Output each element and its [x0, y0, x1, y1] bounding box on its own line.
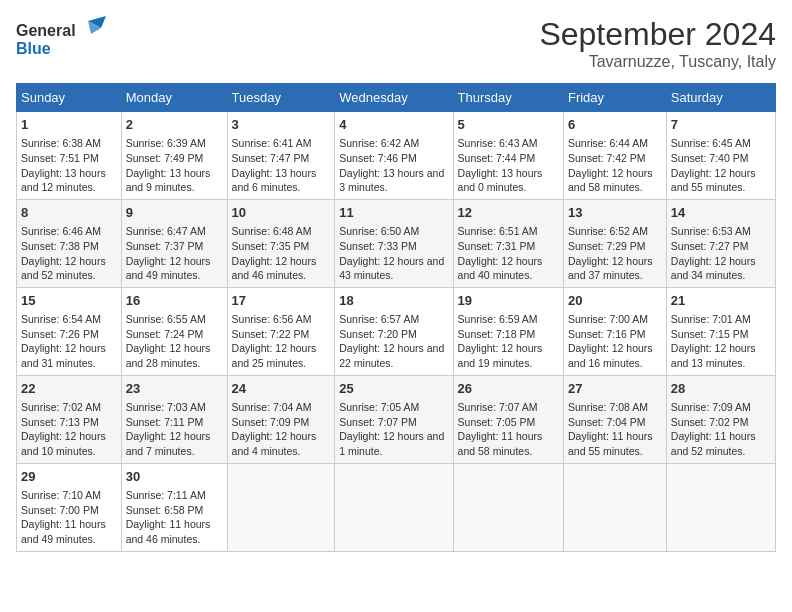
month-title: September 2024 [539, 16, 776, 53]
calendar-cell [563, 463, 666, 551]
sunset-text: Sunset: 7:49 PM [126, 152, 204, 164]
calendar-cell: 29Sunrise: 7:10 AMSunset: 7:00 PMDayligh… [17, 463, 122, 551]
daylight-text: Daylight: 12 hours and 49 minutes. [126, 255, 211, 282]
day-number: 21 [671, 292, 771, 310]
sunrise-text: Sunrise: 6:53 AM [671, 225, 751, 237]
day-number: 26 [458, 380, 559, 398]
day-number: 14 [671, 204, 771, 222]
sunrise-text: Sunrise: 7:09 AM [671, 401, 751, 413]
day-number: 13 [568, 204, 662, 222]
day-number: 19 [458, 292, 559, 310]
day-number: 16 [126, 292, 223, 310]
daylight-text: Daylight: 12 hours and 40 minutes. [458, 255, 543, 282]
daylight-text: Daylight: 12 hours and 22 minutes. [339, 342, 444, 369]
sunset-text: Sunset: 7:16 PM [568, 328, 646, 340]
logo: General Blue [16, 16, 106, 58]
sunrise-text: Sunrise: 6:50 AM [339, 225, 419, 237]
sunset-text: Sunset: 7:46 PM [339, 152, 417, 164]
sunset-text: Sunset: 7:00 PM [21, 504, 99, 516]
day-header-wednesday: Wednesday [335, 84, 453, 112]
day-number: 29 [21, 468, 117, 486]
calendar-cell [453, 463, 563, 551]
calendar-header-row: SundayMondayTuesdayWednesdayThursdayFrid… [17, 84, 776, 112]
sunrise-text: Sunrise: 6:51 AM [458, 225, 538, 237]
sunset-text: Sunset: 7:15 PM [671, 328, 749, 340]
day-number: 10 [232, 204, 331, 222]
daylight-text: Daylight: 13 hours and 6 minutes. [232, 167, 317, 194]
sunset-text: Sunset: 7:44 PM [458, 152, 536, 164]
sunrise-text: Sunrise: 7:10 AM [21, 489, 101, 501]
sunset-text: Sunset: 7:31 PM [458, 240, 536, 252]
calendar-cell: 4Sunrise: 6:42 AMSunset: 7:46 PMDaylight… [335, 112, 453, 200]
daylight-text: Daylight: 12 hours and 28 minutes. [126, 342, 211, 369]
calendar-cell: 9Sunrise: 6:47 AMSunset: 7:37 PMDaylight… [121, 199, 227, 287]
sunrise-text: Sunrise: 6:43 AM [458, 137, 538, 149]
day-number: 15 [21, 292, 117, 310]
sunset-text: Sunset: 7:51 PM [21, 152, 99, 164]
daylight-text: Daylight: 12 hours and 7 minutes. [126, 430, 211, 457]
sunset-text: Sunset: 7:42 PM [568, 152, 646, 164]
daylight-text: Daylight: 12 hours and 19 minutes. [458, 342, 543, 369]
calendar-table: SundayMondayTuesdayWednesdayThursdayFrid… [16, 83, 776, 552]
day-number: 17 [232, 292, 331, 310]
day-number: 20 [568, 292, 662, 310]
calendar-cell: 11Sunrise: 6:50 AMSunset: 7:33 PMDayligh… [335, 199, 453, 287]
day-number: 8 [21, 204, 117, 222]
daylight-text: Daylight: 12 hours and 34 minutes. [671, 255, 756, 282]
day-number: 18 [339, 292, 448, 310]
calendar-week-row: 1Sunrise: 6:38 AMSunset: 7:51 PMDaylight… [17, 112, 776, 200]
sunrise-text: Sunrise: 7:03 AM [126, 401, 206, 413]
daylight-text: Daylight: 11 hours and 49 minutes. [21, 518, 106, 545]
calendar-cell: 19Sunrise: 6:59 AMSunset: 7:18 PMDayligh… [453, 287, 563, 375]
sunset-text: Sunset: 7:20 PM [339, 328, 417, 340]
day-number: 12 [458, 204, 559, 222]
daylight-text: Daylight: 12 hours and 52 minutes. [21, 255, 106, 282]
daylight-text: Daylight: 12 hours and 4 minutes. [232, 430, 317, 457]
calendar-cell: 20Sunrise: 7:00 AMSunset: 7:16 PMDayligh… [563, 287, 666, 375]
calendar-cell: 18Sunrise: 6:57 AMSunset: 7:20 PMDayligh… [335, 287, 453, 375]
day-number: 28 [671, 380, 771, 398]
calendar-cell: 8Sunrise: 6:46 AMSunset: 7:38 PMDaylight… [17, 199, 122, 287]
daylight-text: Daylight: 12 hours and 25 minutes. [232, 342, 317, 369]
sunset-text: Sunset: 7:47 PM [232, 152, 310, 164]
sunset-text: Sunset: 7:29 PM [568, 240, 646, 252]
sunrise-text: Sunrise: 7:05 AM [339, 401, 419, 413]
sunrise-text: Sunrise: 6:44 AM [568, 137, 648, 149]
page-header: General Blue September 2024 Tavarnuzze, … [16, 16, 776, 71]
sunset-text: Sunset: 7:07 PM [339, 416, 417, 428]
calendar-cell: 24Sunrise: 7:04 AMSunset: 7:09 PMDayligh… [227, 375, 335, 463]
calendar-cell: 22Sunrise: 7:02 AMSunset: 7:13 PMDayligh… [17, 375, 122, 463]
daylight-text: Daylight: 11 hours and 52 minutes. [671, 430, 756, 457]
daylight-text: Daylight: 13 hours and 0 minutes. [458, 167, 543, 194]
sunset-text: Sunset: 7:13 PM [21, 416, 99, 428]
sunrise-text: Sunrise: 6:46 AM [21, 225, 101, 237]
calendar-cell: 3Sunrise: 6:41 AMSunset: 7:47 PMDaylight… [227, 112, 335, 200]
sunrise-text: Sunrise: 7:01 AM [671, 313, 751, 325]
daylight-text: Daylight: 13 hours and 12 minutes. [21, 167, 106, 194]
sunset-text: Sunset: 7:02 PM [671, 416, 749, 428]
sunrise-text: Sunrise: 7:00 AM [568, 313, 648, 325]
sunset-text: Sunset: 7:26 PM [21, 328, 99, 340]
daylight-text: Daylight: 11 hours and 46 minutes. [126, 518, 211, 545]
day-number: 25 [339, 380, 448, 398]
sunrise-text: Sunrise: 6:56 AM [232, 313, 312, 325]
daylight-text: Daylight: 13 hours and 3 minutes. [339, 167, 444, 194]
day-number: 7 [671, 116, 771, 134]
day-number: 3 [232, 116, 331, 134]
daylight-text: Daylight: 12 hours and 58 minutes. [568, 167, 653, 194]
svg-text:General: General [16, 22, 76, 39]
day-number: 27 [568, 380, 662, 398]
calendar-week-row: 8Sunrise: 6:46 AMSunset: 7:38 PMDaylight… [17, 199, 776, 287]
calendar-cell: 7Sunrise: 6:45 AMSunset: 7:40 PMDaylight… [666, 112, 775, 200]
sunrise-text: Sunrise: 6:47 AM [126, 225, 206, 237]
calendar-cell: 27Sunrise: 7:08 AMSunset: 7:04 PMDayligh… [563, 375, 666, 463]
calendar-cell: 21Sunrise: 7:01 AMSunset: 7:15 PMDayligh… [666, 287, 775, 375]
sunset-text: Sunset: 7:22 PM [232, 328, 310, 340]
calendar-cell: 14Sunrise: 6:53 AMSunset: 7:27 PMDayligh… [666, 199, 775, 287]
daylight-text: Daylight: 12 hours and 10 minutes. [21, 430, 106, 457]
daylight-text: Daylight: 11 hours and 58 minutes. [458, 430, 543, 457]
day-header-thursday: Thursday [453, 84, 563, 112]
sunrise-text: Sunrise: 6:41 AM [232, 137, 312, 149]
sunrise-text: Sunrise: 6:59 AM [458, 313, 538, 325]
sunrise-text: Sunrise: 6:48 AM [232, 225, 312, 237]
